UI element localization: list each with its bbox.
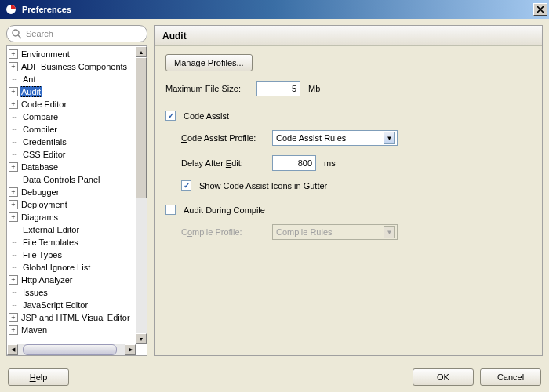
- search-input[interactable]: [6, 25, 147, 42]
- tree-item[interactable]: ····Compiler: [7, 123, 136, 136]
- manage-profiles-button[interactable]: Manage Profiles...: [165, 54, 253, 71]
- tree-item-label: Compiler: [21, 125, 59, 134]
- tree-item-label: Deployment: [20, 200, 69, 209]
- tree-item[interactable]: +Code Editor: [7, 98, 136, 111]
- settings-panel: Audit Manage Profiles... Maximum File Si…: [154, 25, 543, 356]
- tree-item-label: Environment: [20, 49, 71, 59]
- window-title: Preferences: [22, 5, 533, 14]
- tree-item[interactable]: +Database: [7, 161, 136, 173]
- code-assist-checkbox[interactable]: ✓: [165, 111, 176, 121]
- expand-icon[interactable]: +: [9, 275, 18, 285]
- tree-item[interactable]: +JSP and HTML Visual Editor: [7, 311, 136, 324]
- tree-item-label: Data Controls Panel: [21, 175, 101, 184]
- expand-icon[interactable]: +: [9, 200, 18, 209]
- left-column: +Environment+ADF Business Components····…: [6, 25, 147, 356]
- tree-item[interactable]: +Deployment: [7, 198, 136, 211]
- tree-hscrollbar[interactable]: ◀ ▶: [7, 344, 136, 355]
- tree-item[interactable]: +Diagrams: [7, 211, 136, 223]
- tree-dots-icon: ····: [9, 75, 20, 83]
- tree-item-label: Maven: [20, 325, 49, 335]
- compile-profile-select: Compile Rules ▼: [272, 224, 398, 240]
- show-icons-checkbox[interactable]: ✓: [181, 180, 191, 191]
- tree-item-label: External Editor: [21, 225, 81, 234]
- expand-icon[interactable]: +: [9, 62, 18, 71]
- tree-item-label: JSP and HTML Visual Editor: [20, 313, 132, 322]
- tree-item-label: File Types: [21, 250, 64, 260]
- tree-item-label: Global Ignore List: [21, 263, 92, 272]
- tree-item-label: Issues: [21, 288, 49, 297]
- tree-item[interactable]: ····External Editor: [7, 223, 136, 236]
- compile-profile-label: Compile Profile:: [181, 227, 267, 237]
- tree-item-label: File Templates: [21, 238, 80, 247]
- expand-icon[interactable]: +: [9, 49, 18, 59]
- delay-after-edit-input[interactable]: [272, 155, 316, 171]
- expand-icon[interactable]: +: [9, 87, 18, 96]
- tree-vscrollbar[interactable]: ▲ ▼: [136, 46, 147, 344]
- tree-item[interactable]: +Http Analyzer: [7, 274, 136, 286]
- tree-dots-icon: ····: [9, 151, 20, 158]
- body: +Environment+ADF Business Components····…: [0, 19, 549, 362]
- tree-dots-icon: ····: [9, 226, 20, 234]
- tree-item-label: Audit: [20, 86, 42, 97]
- tree-dots-icon: ····: [9, 113, 20, 121]
- chevron-down-icon: ▼: [384, 132, 395, 144]
- tree-item[interactable]: ····File Templates: [7, 236, 136, 249]
- tree-item[interactable]: ····Compare: [7, 111, 136, 123]
- tree-item[interactable]: +Maven: [7, 324, 136, 336]
- tree-item-label: Code Editor: [20, 100, 68, 109]
- tree-item-label: Debugger: [20, 187, 60, 197]
- tree-item[interactable]: ····Issues: [7, 286, 136, 299]
- max-file-size-label: Maximum File Size:: [165, 84, 252, 93]
- expand-icon[interactable]: +: [9, 325, 18, 335]
- tree-dots-icon: ····: [9, 263, 20, 271]
- tree-dots-icon: ····: [9, 176, 20, 183]
- expand-icon[interactable]: +: [9, 313, 18, 322]
- expand-icon[interactable]: +: [9, 162, 18, 172]
- tree-item[interactable]: +Audit: [7, 85, 136, 98]
- chevron-down-icon: ▼: [384, 226, 395, 238]
- tree-dots-icon: ····: [9, 289, 20, 296]
- tree-item-label: Database: [20, 162, 60, 172]
- titlebar: Preferences: [0, 0, 549, 19]
- tree-dots-icon: ····: [9, 251, 20, 259]
- tree-item[interactable]: +Environment: [7, 48, 136, 60]
- code-assist-profile-select[interactable]: Code Assist Rules ▼: [272, 130, 398, 146]
- expand-icon[interactable]: +: [9, 212, 18, 222]
- delay-after-edit-label: Delay After Edit:: [181, 158, 267, 168]
- tree-item[interactable]: +ADF Business Components: [7, 60, 136, 73]
- tree-item-label: Ant: [21, 74, 38, 84]
- code-assist-profile-label: Code Assist Profile:: [181, 133, 267, 143]
- close-button[interactable]: [533, 3, 547, 16]
- app-logo-icon: [5, 3, 17, 16]
- tree-item[interactable]: ····CSS Editor: [7, 148, 136, 161]
- tree-item[interactable]: ····Data Controls Panel: [7, 173, 136, 186]
- tree-item-label: Http Analyzer: [20, 275, 74, 285]
- ok-button[interactable]: OK: [413, 368, 474, 386]
- tree-dots-icon: ····: [9, 125, 20, 133]
- tree-item[interactable]: +Debugger: [7, 186, 136, 198]
- code-assist-label: Code Assist: [184, 111, 229, 121]
- audit-during-compile-checkbox[interactable]: [165, 205, 176, 215]
- tree-item[interactable]: ····Credentials: [7, 136, 136, 148]
- svg-point-1: [13, 30, 19, 36]
- panel-title: Audit: [155, 26, 542, 46]
- tree-item[interactable]: ····Ant: [7, 73, 136, 85]
- tree-item-label: Compare: [21, 112, 60, 122]
- tree-item-label: JavaScript Editor: [21, 300, 89, 310]
- expand-icon[interactable]: +: [9, 187, 18, 197]
- tree-dots-icon: ····: [9, 238, 20, 246]
- max-file-size-unit: Mb: [308, 84, 320, 93]
- tree-dots-icon: ····: [9, 301, 20, 309]
- tree-item[interactable]: ····File Types: [7, 249, 136, 261]
- tree-item[interactable]: ····JavaScript Editor: [7, 299, 136, 311]
- expand-icon[interactable]: +: [9, 100, 18, 109]
- help-button[interactable]: Help: [8, 368, 69, 386]
- panel-body: Manage Profiles... Maximum File Size: Mb…: [155, 46, 542, 248]
- svg-line-2: [18, 35, 21, 38]
- tree-item-label: CSS Editor: [21, 150, 67, 159]
- max-file-size-input[interactable]: [256, 81, 300, 96]
- category-tree: +Environment+ADF Business Components····…: [6, 45, 147, 356]
- cancel-button[interactable]: Cancel: [480, 368, 541, 386]
- tree-item[interactable]: ····Global Ignore List: [7, 261, 136, 274]
- tree-item-label: Credentials: [21, 137, 68, 147]
